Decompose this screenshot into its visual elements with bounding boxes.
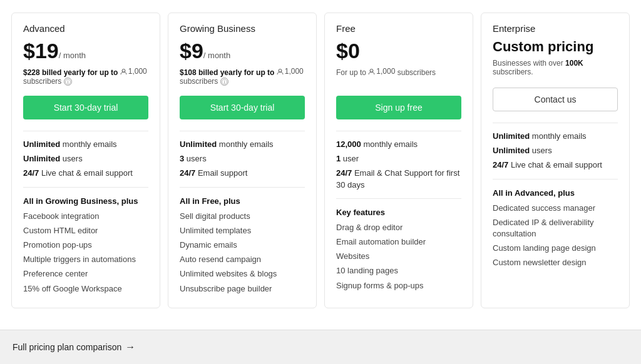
cta-button-growing-business[interactable]: Start 30-day trial	[180, 96, 305, 119]
list-item: Unlimited websites & blogs	[180, 268, 305, 280]
list-item: 24/7 Live chat & email support	[493, 159, 618, 171]
cta-button-advanced[interactable]: Start 30-day trial	[23, 96, 148, 119]
plan-billing-growing-business: $108 billed yearly for up to 1,000 subsc…	[180, 67, 305, 87]
list-item: Dynamic emails	[180, 240, 305, 251]
section-header-enterprise: All in Advanced, plus	[493, 188, 618, 198]
custom-pricing-label-enterprise: Custom pricing	[493, 39, 618, 55]
price-amount-free: $0	[336, 39, 360, 63]
list-item: Signup forms & pop-ups	[336, 280, 461, 291]
plan-billing-enterprise: Businesses with over 100K subscribers.	[493, 59, 618, 79]
list-item: Custom HTML editor	[23, 225, 148, 236]
sub-features-growing-business: Sell digital productsUnlimited templates…	[180, 211, 305, 295]
list-item: Dedicated success manager	[493, 203, 618, 214]
sub-features-free: Drag & drop editorEmail automation build…	[336, 222, 461, 291]
list-item: Auto resend campaign	[180, 254, 305, 265]
list-item: 24/7 Email & Chat Support for first 30 d…	[336, 168, 461, 190]
list-item: 1 user	[336, 153, 461, 164]
plan-name-free: Free	[336, 23, 461, 34]
core-features-enterprise: Unlimited monthly emailsUnlimited users2…	[493, 131, 618, 171]
list-item: Unlimited users	[23, 153, 148, 164]
list-item: Unlimited monthly emails	[180, 139, 305, 150]
price-amount-advanced: $19	[23, 39, 59, 63]
list-item: Unlimited monthly emails	[23, 139, 148, 150]
plan-price-free: $0	[336, 39, 461, 63]
list-item: Promotion pop-ups	[23, 240, 148, 251]
plan-billing-advanced: $228 billed yearly for up to 1,000 subsc…	[23, 67, 148, 87]
core-features-advanced: Unlimited monthly emailsUnlimited users2…	[23, 139, 148, 179]
list-item: Unsubscribe page builder	[180, 283, 305, 295]
plan-billing-free: For up to 1,000 subscribers	[336, 67, 461, 87]
list-item: Preference center	[23, 268, 148, 280]
list-item: Custom landing page design	[493, 243, 618, 254]
list-item: Websites	[336, 251, 461, 262]
plan-name-advanced: Advanced	[23, 23, 148, 34]
sub-features-enterprise: Dedicated success managerDedicated IP & …	[493, 203, 618, 269]
pricing-section: Advanced$19/ month$228 billed yearly for…	[0, 0, 641, 330]
section-header-growing-business: All in Free, plus	[180, 196, 305, 206]
plan-name-enterprise: Enterprise	[493, 23, 618, 34]
full-pricing-link[interactable]: Full pricing plan comparison →	[13, 341, 135, 353]
footer-link-text: Full pricing plan comparison	[13, 342, 121, 352]
plan-card-advanced: Advanced$19/ month$228 billed yearly for…	[11, 13, 160, 308]
sub-features-advanced: Facebook integrationCustom HTML editorPr…	[23, 211, 148, 295]
price-period-growing-business: / month	[203, 51, 230, 60]
plan-price-enterprise: Custom pricing	[493, 39, 618, 55]
list-item: 10 landing pages	[336, 265, 461, 276]
plan-card-free: Free$0For up to 1,000 subscribersSign up…	[324, 13, 473, 308]
list-item: Unlimited templates	[180, 225, 305, 236]
info-icon-growing-business[interactable]: ⓘ	[220, 78, 228, 86]
price-amount-growing-business: $9	[180, 39, 203, 63]
list-item: Unlimited monthly emails	[493, 131, 618, 142]
list-item: 15% off Google Workspace	[23, 283, 148, 295]
list-item: Facebook integration	[23, 211, 148, 222]
plan-name-growing-business: Growing Business	[180, 23, 305, 34]
list-item: 3 users	[180, 153, 305, 164]
list-item: 24/7 Email support	[180, 168, 305, 179]
plan-price-growing-business: $9/ month	[180, 39, 305, 63]
plan-card-growing-business: Growing Business$9/ month$108 billed yea…	[168, 13, 317, 308]
list-item: Drag & drop editor	[336, 222, 461, 233]
list-item: Dedicated IP & deliverability consultati…	[493, 217, 618, 240]
plans-grid: Advanced$19/ month$228 billed yearly for…	[8, 13, 633, 308]
list-item: Unlimited users	[493, 145, 618, 156]
info-icon-advanced[interactable]: ⓘ	[64, 78, 72, 86]
section-header-free: Key features	[336, 208, 461, 217]
list-item: Multiple triggers in automations	[23, 254, 148, 265]
list-item: Custom newsletter design	[493, 257, 618, 268]
core-features-free: 12,000 monthly emails1 user24/7 Email & …	[336, 139, 461, 191]
section-header-advanced: All in Growing Business, plus	[23, 196, 148, 206]
cta-button-enterprise[interactable]: Contact us	[493, 88, 618, 111]
footer-bar: Full pricing plan comparison →	[0, 330, 641, 364]
list-item: 24/7 Live chat & email support	[23, 168, 148, 179]
arrow-icon: →	[125, 341, 135, 353]
list-item: Sell digital products	[180, 211, 305, 222]
plan-price-advanced: $19/ month	[23, 39, 148, 63]
price-period-advanced: / month	[59, 51, 86, 60]
cta-button-free[interactable]: Sign up free	[336, 96, 461, 119]
list-item: 12,000 monthly emails	[336, 139, 461, 150]
list-item: Email automation builder	[336, 236, 461, 248]
plan-card-enterprise: EnterpriseCustom pricingBusinesses with …	[481, 13, 630, 308]
core-features-growing-business: Unlimited monthly emails3 users24/7 Emai…	[180, 139, 305, 179]
